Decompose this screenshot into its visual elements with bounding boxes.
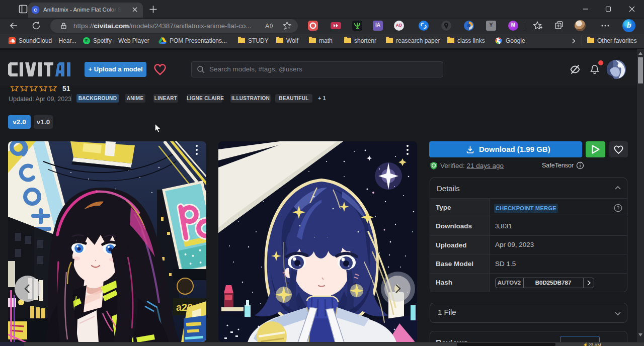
- svg-text:51: 51: [62, 86, 70, 93]
- svg-text:A: A: [265, 23, 270, 30]
- svg-text:C: C: [34, 7, 37, 13]
